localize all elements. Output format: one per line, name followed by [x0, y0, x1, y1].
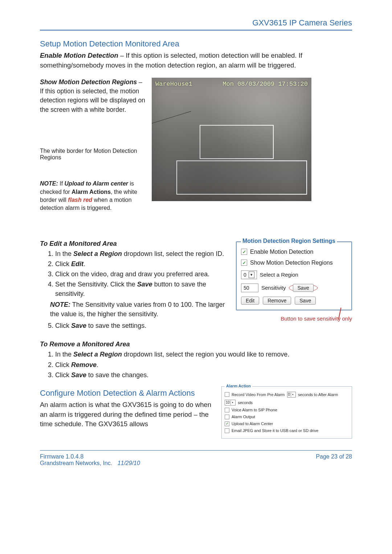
footer-page: Page 23 of 28: [316, 453, 352, 467]
t: Remove: [71, 361, 97, 368]
note-upload: Upload to Alarm center: [65, 180, 128, 187]
pre-alarm-value: 0: [288, 392, 290, 396]
t: In the: [55, 351, 73, 358]
note-pre: If: [58, 180, 65, 187]
edit-note-text: The Sensitivity value varies from 0 to 1…: [50, 301, 225, 318]
alarm-output-checkbox[interactable]: [225, 415, 229, 419]
edit-steps: In the Select a Region dropdown list, se…: [48, 249, 229, 298]
sensitivity-input[interactable]: 50: [241, 284, 258, 292]
annotation-line: [152, 111, 191, 140]
edit-heading: To Edit a Monitored Area: [40, 240, 229, 248]
camera-overlay-name: WareHouse1: [155, 81, 192, 87]
remove-step-3: Click Save to save the changes.: [55, 370, 352, 380]
save-button[interactable]: Save: [295, 297, 316, 305]
t: to save the settings.: [86, 322, 146, 329]
email-jpeg-checkbox[interactable]: [225, 428, 229, 433]
edit-step-3: Click on the video, drag and draw you pr…: [55, 269, 229, 279]
camera-overlay-timestamp: Mon 08/03/2009 17:53:20: [222, 81, 308, 87]
alarm-panel-legend: Alarm Action: [225, 384, 252, 388]
edit-step-2: Click Edit.: [55, 259, 229, 269]
show-md-checkbox-label: Show Motion Detection Regions: [250, 260, 333, 266]
show-md-paragraph: Show Motion Detection Regions – If this …: [40, 78, 145, 115]
edit-note: NOTE: The Sensitivity value varies from …: [50, 300, 229, 319]
panel-legend: Motion Detection Region Settings: [241, 238, 337, 244]
show-md-label: Show Motion Detection Regions: [40, 78, 137, 86]
section-heading-setup: Setup Motion Detection Monitored Area: [40, 39, 352, 49]
select-region-label: Select a Region: [260, 272, 298, 278]
page-footer: Firmware 1.0.4.8 Grandstream Networks, I…: [40, 453, 352, 467]
alarm-action-panel: Alarm Action Record Video From Pre Alarm…: [221, 386, 352, 439]
footer-date: 11/29/10: [118, 460, 140, 466]
voice-alarm-checkbox[interactable]: [225, 408, 229, 412]
sensitivity-label: Sensitivity: [261, 285, 286, 291]
t: Click: [55, 260, 71, 268]
footer-firmware: Firmware 1.0.4.8: [40, 453, 140, 460]
upload-alarm-center-checkbox[interactable]: ✓: [225, 421, 229, 426]
t: Set the Sensitivity. Click the: [55, 281, 137, 288]
region-select-value: 0: [244, 272, 246, 278]
remove-steps: In the Select a Region dropdown list, se…: [48, 350, 352, 379]
upload-alarm-center-label: Upload to Alarm Center: [232, 421, 273, 426]
record-video-checkbox[interactable]: [225, 392, 229, 397]
t: Select a Region: [73, 250, 122, 257]
chevron-down-icon: ▾: [291, 392, 295, 397]
t: Select a Region: [73, 351, 122, 358]
edit-step-5: Click Save to save the settings.: [55, 321, 229, 330]
show-md-checkbox[interactable]: ✓: [241, 260, 247, 266]
note-paragraph: NOTE: If Upload to Alarm center is check…: [40, 180, 145, 212]
pre-alarm-select[interactable]: 0 ▾: [287, 392, 296, 398]
t: Click: [55, 361, 71, 368]
t: In the: [55, 250, 73, 257]
record-video-label-b: seconds to After Alarm: [298, 392, 338, 397]
record-video-label-a: Record Video From Pre Alarm: [232, 392, 285, 397]
chevron-down-icon: ▾: [230, 400, 234, 405]
edit-step-4: Set the Sensitivity. Click the Save butt…: [55, 280, 229, 298]
edit-step-1: In the Select a Region dropdown list, se…: [55, 249, 229, 258]
t: dropdown list, select the region you wou…: [122, 351, 289, 358]
border-annotation: The white border for Motion Detection Re…: [40, 148, 145, 161]
voice-alarm-label: Voice Alarm to SIP Phone: [232, 408, 277, 412]
remove-step-1: In the Select a Region dropdown list, se…: [55, 350, 352, 359]
section-heading-configure: Configure Motion Detection & Alarm Actio…: [40, 388, 216, 398]
note-flash-red: flash red: [68, 197, 92, 203]
alarm-output-label: Alarm Output: [232, 415, 255, 419]
remove-step-2: Click Remove.: [55, 360, 352, 370]
region-select[interactable]: 0 ▼: [241, 270, 257, 279]
chevron-down-icon: ▼: [249, 272, 254, 278]
enable-md-paragraph: Enable Motion Detection – If this option…: [40, 51, 352, 70]
md-region-settings-panel: Motion Detection Region Settings ✓ Enabl…: [236, 241, 352, 310]
remove-heading: To Remove a Monitored Area: [40, 341, 352, 348]
email-jpeg-label: Email JPEG and Store it to USB card or S…: [232, 428, 318, 433]
motion-region-2: [176, 160, 307, 195]
note-label: NOTE:: [40, 180, 58, 187]
save-sensitivity-oval: Save: [289, 284, 318, 292]
motion-region-1: [200, 125, 274, 159]
header-rule: [40, 30, 352, 30]
enable-md-label: Enable Motion Detection: [40, 52, 118, 59]
t: Edit: [71, 260, 83, 268]
footer-rule: [40, 450, 352, 451]
t: Save: [71, 322, 86, 329]
t: Save: [137, 281, 152, 288]
save-sensitivity-button[interactable]: Save: [293, 284, 314, 292]
t: dropdown list, select the region ID.: [122, 250, 224, 257]
after-alarm-value: 10: [226, 400, 230, 404]
enable-md-checkbox-label: Enable Motion Detection: [250, 249, 313, 255]
configure-text: An alarm action is what the GXV3615 is g…: [40, 400, 216, 429]
page-header-title: GXV3615 IP Camera Series: [40, 18, 352, 28]
record-video-label-c: seconds: [238, 400, 253, 405]
t: .: [97, 361, 98, 368]
t: Click: [55, 322, 71, 329]
edit-note-label: NOTE:: [50, 301, 70, 308]
note-alarm-actions: Alarm Actions: [72, 189, 111, 195]
t: .: [83, 260, 85, 268]
t: to save the changes.: [86, 371, 148, 379]
footer-company: Grandstream Networks, Inc.: [40, 460, 112, 466]
camera-snapshot: WareHouse1 Mon 08/03/2009 17:53:20: [152, 78, 311, 201]
after-alarm-select[interactable]: 10 ▾: [225, 400, 236, 406]
remove-button[interactable]: Remove: [263, 297, 291, 305]
edit-button[interactable]: Edit: [241, 297, 259, 305]
t: Save: [71, 371, 86, 379]
sensitivity-annotation: Button to save sensitivity only: [236, 315, 352, 322]
enable-md-checkbox[interactable]: ✓: [241, 249, 247, 255]
